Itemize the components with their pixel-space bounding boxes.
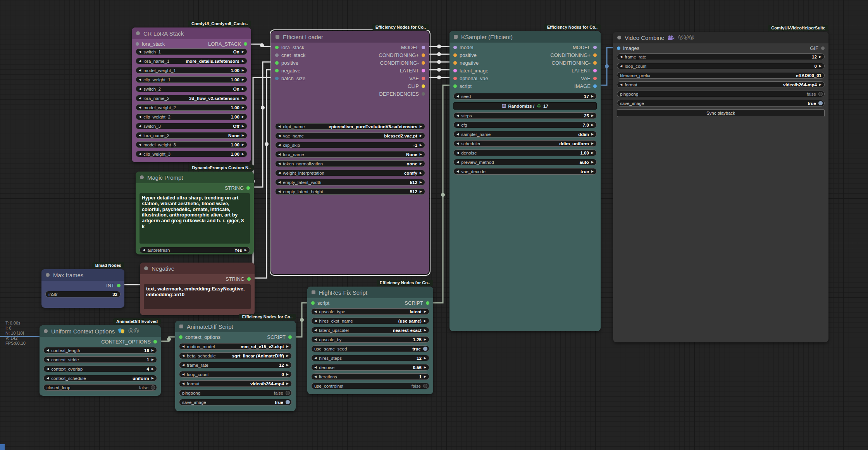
widget-denoise[interactable]: ◀denoise0.56▶ — [311, 364, 429, 371]
port-in-negative[interactable] — [453, 61, 457, 65]
node-animatediff-script[interactable]: Efficiency Nodes for Co.. AnimateDiff Sc… — [175, 321, 296, 411]
decrement-arrow-icon[interactable]: ◀ — [139, 78, 141, 81]
port-in-batch_size[interactable] — [275, 77, 279, 80]
increment-arrow-icon[interactable]: ▶ — [424, 375, 426, 378]
node-header[interactable]: Magic Prompt — [136, 172, 254, 183]
increment-arrow-icon[interactable]: ▶ — [819, 55, 822, 58]
increment-arrow-icon[interactable]: ▶ — [420, 190, 422, 193]
increment-arrow-icon[interactable]: ▶ — [286, 373, 289, 376]
decrement-arrow-icon[interactable]: ◀ — [314, 375, 317, 378]
port-in-script[interactable] — [453, 84, 457, 88]
increment-arrow-icon[interactable]: ▶ — [591, 151, 594, 155]
decrement-arrow-icon[interactable]: ◀ — [139, 134, 141, 137]
port-out-GIF[interactable] — [821, 46, 825, 50]
increment-arrow-icon[interactable]: ▶ — [591, 123, 594, 127]
widget-lora_name_3[interactable]: ◀lora_name_3None▶ — [136, 132, 247, 139]
increment-arrow-icon[interactable]: ▶ — [420, 162, 422, 165]
widget-token_normalization[interactable]: ◀token_normalizationnone▶ — [275, 160, 425, 167]
increment-arrow-icon[interactable]: ▶ — [420, 125, 422, 128]
collapse-dot-icon[interactable] — [617, 36, 621, 40]
decrement-arrow-icon[interactable]: ◀ — [620, 83, 622, 86]
widget-filename_prefix[interactable]: filename_prefixeffAD\00_01 — [617, 72, 825, 79]
widget-model_weight_3[interactable]: ◀model_weight_31.00▶ — [136, 141, 247, 148]
increment-arrow-icon[interactable]: ▶ — [152, 349, 154, 352]
increment-arrow-icon[interactable]: ▶ — [242, 50, 244, 53]
increment-arrow-icon[interactable]: ▶ — [591, 114, 594, 117]
node-header[interactable]: KSampler (Efficient) — [450, 31, 601, 43]
increment-arrow-icon[interactable]: ▶ — [152, 367, 154, 371]
node-header[interactable]: Efficient Loader — [271, 31, 429, 43]
widget-switch_3[interactable]: ◀switch_3Off▶ — [136, 123, 247, 129]
prompt-text-area[interactable]: Hyper detailed ultra sharp, trending on … — [140, 193, 250, 244]
increment-arrow-icon[interactable]: ▶ — [819, 64, 822, 68]
collapse-dot-icon[interactable] — [46, 273, 50, 277]
increment-arrow-icon[interactable]: ▶ — [591, 170, 594, 173]
widget-clip_weight_1[interactable]: ◀clip_weight_11.00▶ — [136, 76, 247, 83]
widget-beta_schedule[interactable]: ◀beta_schedulesqrt_linear (AnimateDiff)▶ — [179, 352, 292, 359]
port-out-CONDITIONING+[interactable] — [593, 53, 597, 57]
port-out-CONDITIONING-[interactable] — [593, 61, 597, 65]
increment-arrow-icon[interactable]: ▶ — [242, 124, 244, 128]
increment-arrow-icon[interactable]: ▶ — [424, 328, 426, 332]
port-out-MODEL[interactable] — [422, 46, 425, 49]
port-out-LORA_STACK[interactable] — [244, 42, 247, 46]
port-out-SCRIPT[interactable] — [288, 335, 292, 339]
decrement-arrow-icon[interactable]: ◀ — [46, 367, 49, 371]
port-out-IMAGE[interactable] — [593, 84, 597, 88]
decrement-arrow-icon[interactable]: ◀ — [456, 151, 459, 155]
port-in-positive[interactable] — [453, 53, 457, 57]
decrement-arrow-icon[interactable]: ◀ — [620, 55, 622, 58]
widget-use_controlnet[interactable]: use_controlnetfalse — [311, 383, 429, 389]
widget-context_stride[interactable]: ◀context_stride1▶ — [43, 356, 157, 363]
decrement-arrow-icon[interactable]: ◀ — [139, 69, 141, 72]
increment-arrow-icon[interactable]: ▶ — [152, 358, 154, 361]
port-in-context_options[interactable] — [179, 335, 183, 339]
increment-arrow-icon[interactable]: ▶ — [591, 142, 594, 145]
increment-arrow-icon[interactable]: ▶ — [424, 338, 426, 341]
widget-lora_name_1[interactable]: ◀lora_name_1more_details.safetensors▶ — [136, 58, 247, 64]
collapse-dot-icon[interactable] — [44, 329, 48, 333]
toggle-dot-icon[interactable] — [151, 385, 155, 390]
decrement-arrow-icon[interactable]: ◀ — [314, 338, 317, 341]
increment-arrow-icon[interactable]: ▶ — [242, 78, 244, 81]
port-out-INT[interactable] — [117, 284, 121, 287]
increment-arrow-icon[interactable]: ▶ — [420, 171, 422, 175]
decrement-arrow-icon[interactable]: ◀ — [278, 162, 281, 165]
button-sync-playback[interactable]: Sync playback — [617, 109, 825, 117]
increment-arrow-icon[interactable]: ▶ — [245, 248, 247, 252]
widget-frame_rate[interactable]: ◀frame_rate12▶ — [617, 53, 825, 60]
widget-weight_interpretation[interactable]: ◀weight_interpretationcomfy▶ — [275, 170, 425, 176]
widget-format[interactable]: ◀formatvideo/h264-mp4▶ — [617, 81, 825, 88]
widget-vae_name[interactable]: ◀vae_nameblessed2.vae.pt▶ — [275, 132, 425, 139]
decrement-arrow-icon[interactable]: ◀ — [278, 143, 281, 147]
node-header[interactable]: Uniform Context Options ⒶⒹ — [40, 325, 161, 337]
increment-arrow-icon[interactable]: ▶ — [242, 134, 244, 137]
increment-arrow-icon[interactable]: ▶ — [420, 143, 422, 147]
widget-inStr[interactable]: inStr32 — [45, 291, 121, 297]
increment-arrow-icon[interactable]: ▶ — [242, 115, 244, 119]
decrement-arrow-icon[interactable]: ◀ — [278, 190, 281, 193]
widget-ckpt_name[interactable]: ◀ckpt_nameepicrealism_pureEvolutionV5.sa… — [275, 123, 425, 130]
node-ksampler-efficient[interactable]: Efficiency Nodes for Co.. KSampler (Effi… — [450, 31, 601, 331]
port-in-script[interactable] — [311, 301, 315, 305]
port-out-CONDITIONING+[interactable] — [422, 53, 425, 57]
increment-arrow-icon[interactable]: ▶ — [242, 152, 244, 156]
widget-cfg[interactable]: ◀cfg7.0▶ — [453, 122, 597, 128]
widget-loop_count[interactable]: ◀loop_count0▶ — [179, 371, 292, 378]
decrement-arrow-icon[interactable]: ◀ — [278, 134, 281, 137]
widget-lora_name_2[interactable]: ◀lora_name_23d_flow_v2.safetensors▶ — [136, 95, 247, 101]
port-out-SCRIPT[interactable] — [426, 301, 429, 305]
decrement-arrow-icon[interactable]: ◀ — [314, 328, 317, 332]
node-cr-lora-stack[interactable]: ComfyUI_Comfyroll_Custo.. CR LoRA Stack … — [132, 27, 251, 162]
collapse-dot-icon[interactable] — [136, 31, 140, 35]
widget-pingpong[interactable]: pingpongfalse — [617, 91, 825, 97]
port-out-CONDITIONING-[interactable] — [422, 61, 425, 65]
decrement-arrow-icon[interactable]: ◀ — [314, 366, 317, 369]
widget-steps[interactable]: ◀steps25▶ — [453, 112, 597, 119]
port-out-LATENT[interactable] — [593, 69, 597, 72]
increment-arrow-icon[interactable]: ▶ — [242, 106, 244, 109]
port-out-MODEL[interactable] — [593, 46, 597, 49]
decrement-arrow-icon[interactable]: ◀ — [456, 114, 459, 117]
decrement-arrow-icon[interactable]: ◀ — [139, 106, 141, 109]
widget-context_schedule[interactable]: ◀context_scheduleuniform▶ — [43, 375, 157, 381]
